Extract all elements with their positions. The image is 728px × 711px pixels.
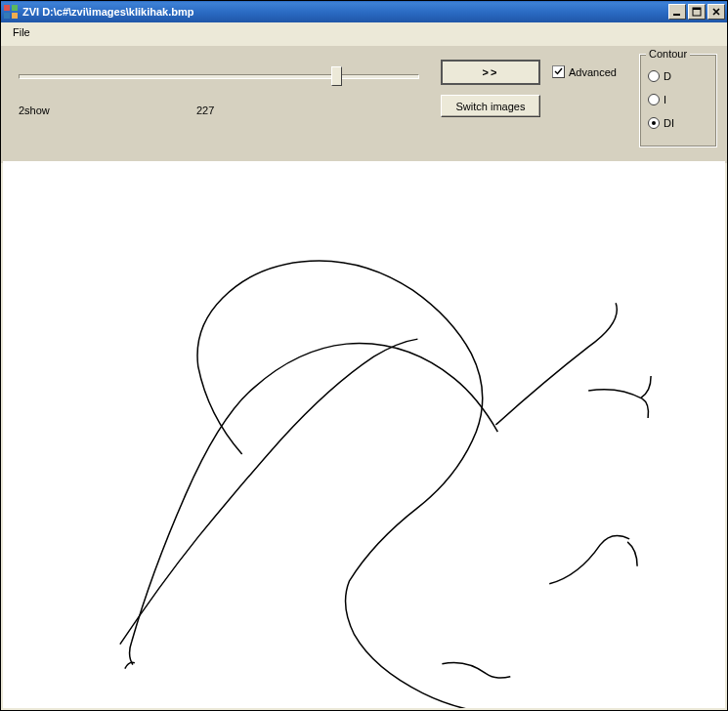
- switch-images-button[interactable]: Switch images: [441, 95, 540, 117]
- app-icon: [3, 4, 19, 20]
- radio-label: I: [664, 94, 666, 105]
- close-button[interactable]: [707, 4, 725, 20]
- maximize-button[interactable]: [688, 4, 706, 20]
- svg-rect-1: [12, 5, 18, 11]
- threshold-slider[interactable]: [19, 65, 419, 91]
- advanced-label: Advanced: [569, 66, 617, 78]
- titlebar: ZVI D:\c#\zvi\images\klikihak.bmp: [1, 1, 727, 22]
- window-title: ZVI D:\c#\zvi\images\klikihak.bmp: [22, 6, 668, 18]
- svg-rect-2: [4, 13, 10, 19]
- image-canvas: [3, 161, 725, 708]
- svg-rect-3: [12, 13, 18, 19]
- next-button[interactable]: >>: [441, 60, 540, 85]
- contour-drawing: [3, 161, 725, 708]
- checkbox-box: [552, 65, 565, 78]
- menubar: File: [1, 22, 727, 46]
- contour-radio-i[interactable]: I: [648, 94, 666, 105]
- slider-track: [19, 74, 419, 79]
- contour-radio-di[interactable]: DI: [648, 117, 674, 129]
- contour-group: Contour D I DI: [639, 54, 717, 147]
- svg-rect-4: [673, 14, 680, 16]
- advanced-checkbox[interactable]: Advanced: [552, 65, 617, 78]
- switch-button-label: Switch images: [456, 101, 526, 112]
- svg-rect-6: [693, 8, 701, 10]
- radio-icon: [648, 70, 660, 82]
- value-label: 227: [196, 105, 214, 116]
- show-label: 2show: [19, 105, 50, 116]
- svg-rect-0: [4, 5, 10, 11]
- radio-label: DI: [664, 117, 674, 129]
- slider-thumb[interactable]: [331, 66, 342, 86]
- contour-radio-d[interactable]: D: [648, 70, 671, 82]
- contour-legend: Contour: [646, 48, 690, 60]
- window-buttons: [668, 4, 725, 20]
- menu-file[interactable]: File: [7, 24, 36, 40]
- radio-icon: [648, 94, 660, 105]
- radio-label: D: [664, 70, 671, 82]
- control-panel: 2show 227 >> Switch images Advanced Cont…: [1, 46, 727, 163]
- minimize-button[interactable]: [668, 4, 686, 20]
- next-button-label: >>: [483, 66, 499, 78]
- radio-icon: [648, 117, 660, 129]
- app-window: ZVI D:\c#\zvi\images\klikihak.bmp File 2…: [0, 0, 728, 711]
